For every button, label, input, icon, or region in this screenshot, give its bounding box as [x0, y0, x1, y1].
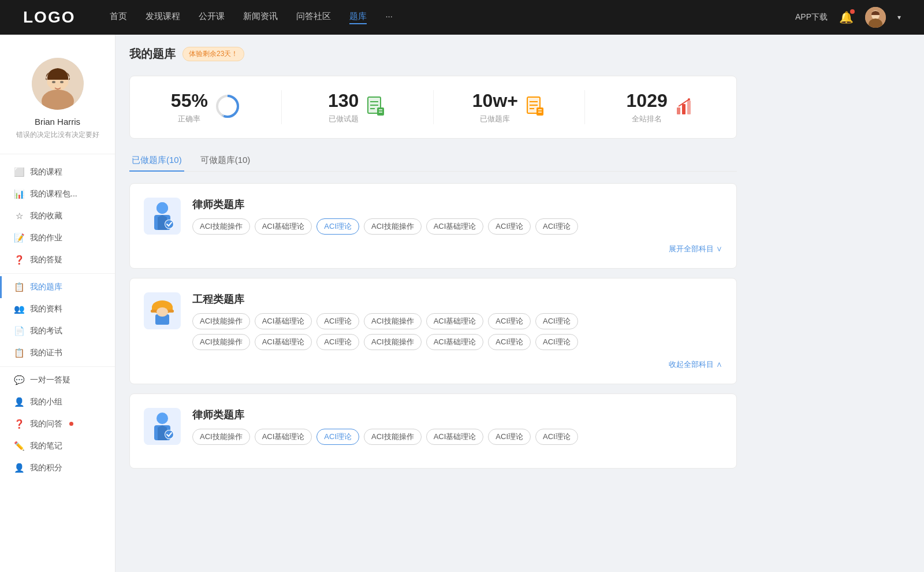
svg-point-40 [157, 307, 168, 317]
profile-icon: 👥 [14, 304, 24, 314]
chart-red-icon [675, 96, 695, 118]
tag-1-5[interactable]: ACI理论 [488, 218, 531, 235]
tag-2-3[interactable]: ACI技能操作 [364, 313, 422, 329]
trial-badge: 体验剩余23天！ [182, 47, 244, 61]
tag-1-0[interactable]: ACI技能操作 [192, 218, 250, 235]
user-avatar[interactable] [865, 7, 886, 28]
sidebar-item-onetoone[interactable]: 💬 一对一答疑 [0, 369, 115, 391]
qbank-card-3: 律师类题库 ACI技能操作 ACI基础理论 ACI理论 ACI技能操作 ACI基… [129, 393, 737, 469]
tag-2-12[interactable]: ACI理论 [488, 334, 531, 350]
sidebar-menu: ⬜ 我的课程 📊 我的课程包... ☆ 我的收藏 📝 我的作业 ❓ 我的答疑 📋 [0, 154, 115, 486]
sidebar-item-favorites[interactable]: ☆ 我的收藏 [0, 205, 115, 227]
doc-orange-icon [525, 96, 546, 118]
expand-btn-1[interactable]: 展开全部科目 ∨ [144, 244, 722, 254]
sidebar-item-profile[interactable]: 👥 我的资料 [0, 298, 115, 320]
notification-dot [850, 9, 855, 14]
tag-2-13[interactable]: ACI理论 [535, 334, 578, 350]
sidebar-item-label: 我的笔记 [30, 441, 62, 451]
qbank-tags-1: ACI技能操作 ACI基础理论 ACI理论 ACI技能操作 ACI基础理论 AC… [192, 218, 722, 235]
qbank-card-2-content: 工程类题库 ACI技能操作 ACI基础理论 ACI理论 ACI技能操作 ACI基… [192, 292, 722, 350]
tag-2-0[interactable]: ACI技能操作 [192, 313, 250, 329]
tag-3-5[interactable]: ACI理论 [488, 429, 531, 445]
tag-1-4[interactable]: ACI基础理论 [426, 218, 484, 235]
qbank-tags-2-row2: ACI技能操作 ACI基础理论 ACI理论 ACI技能操作 ACI基础理论 AC… [192, 334, 722, 350]
tag-2-7[interactable]: ACI技能操作 [192, 334, 250, 350]
tag-1-3[interactable]: ACI技能操作 [364, 218, 422, 235]
nav-item-qa[interactable]: 问答社区 [296, 11, 331, 24]
notes-icon: ✏️ [14, 441, 24, 451]
nav-item-home[interactable]: 首页 [110, 11, 127, 24]
tag-2-4[interactable]: ACI基础理论 [426, 313, 484, 329]
sidebar-item-coursepack[interactable]: 📊 我的课程包... [0, 183, 115, 205]
navbar-logo[interactable]: LOGO [23, 8, 75, 27]
tag-1-2[interactable]: ACI理论 [316, 218, 359, 235]
tag-3-0[interactable]: ACI技能操作 [192, 429, 250, 445]
sidebar-divider-1 [0, 273, 115, 274]
star-icon: ☆ [14, 211, 24, 221]
nav-item-discover[interactable]: 发现课程 [146, 11, 180, 24]
tag-2-10[interactable]: ACI技能操作 [364, 334, 422, 350]
tag-1-1[interactable]: ACI基础理论 [255, 218, 312, 235]
nav-item-news[interactable]: 新闻资讯 [243, 11, 278, 24]
chat-icon: 💬 [14, 375, 24, 385]
sidebar-divider-2 [0, 366, 115, 367]
sidebar-item-label: 我的证书 [30, 348, 62, 358]
sidebar-item-label: 一对一答疑 [30, 375, 70, 385]
sidebar-item-label: 我的小组 [30, 397, 62, 407]
tag-2-11[interactable]: ACI基础理论 [426, 334, 484, 350]
sidebar-item-group[interactable]: 👤 我的小组 [0, 391, 115, 413]
sidebar-item-my-qa[interactable]: ❓ 我的问答 [0, 413, 115, 435]
tag-1-6[interactable]: ACI理论 [535, 218, 578, 235]
sidebar-item-points[interactable]: 👤 我的积分 [0, 457, 115, 479]
qbank-engineer-icon [144, 292, 181, 329]
tag-3-1[interactable]: ACI基础理论 [255, 429, 312, 445]
stat-done-label: 已做试题 [328, 114, 359, 124]
tabs: 已做题库(10) 可做题库(10) [129, 150, 737, 172]
user-dropdown-arrow[interactable]: ▾ [897, 13, 901, 21]
app-download-link[interactable]: APP下载 [795, 12, 828, 23]
question-icon: ❓ [14, 255, 24, 265]
sidebar-item-notes[interactable]: ✏️ 我的笔记 [0, 435, 115, 457]
sidebar-item-questions[interactable]: ❓ 我的答疑 [0, 249, 115, 271]
coursepack-icon: 📊 [14, 189, 24, 199]
sidebar-item-course[interactable]: ⬜ 我的课程 [0, 161, 115, 183]
tab-done-qbanks[interactable]: 已做题库(10) [129, 150, 184, 172]
svg-point-33 [157, 202, 168, 214]
nav-item-qbank[interactable]: 题库 [349, 11, 367, 24]
sidebar-item-qbank[interactable]: 📋 我的题库 [0, 276, 115, 298]
qbank-title-2: 工程类题库 [192, 292, 722, 306]
tag-2-1[interactable]: ACI基础理论 [255, 313, 312, 329]
points-icon: 👤 [14, 463, 24, 473]
sidebar-item-homework[interactable]: 📝 我的作业 [0, 227, 115, 249]
nav-item-more[interactable]: ··· [385, 11, 393, 24]
svg-rect-29 [687, 101, 691, 114]
sidebar-item-label: 我的答疑 [30, 255, 62, 265]
tab-available-qbanks[interactable]: 可做题库(10) [198, 150, 253, 172]
homework-icon: 📝 [14, 233, 24, 243]
sidebar: Brian Harris 错误的决定比没有决定要好 ⬜ 我的课程 📊 我的课程包… [0, 35, 116, 572]
sidebar-item-label: 我的问答 [30, 419, 62, 429]
qa-icon: ❓ [14, 419, 24, 429]
collapse-btn-2[interactable]: 收起全部科目 ∧ [144, 359, 722, 370]
sidebar-item-exam[interactable]: 📄 我的考试 [0, 320, 115, 342]
tag-3-4[interactable]: ACI基础理论 [426, 429, 484, 445]
stat-rank-content: 1029 全站排名 [627, 90, 668, 124]
tag-2-5[interactable]: ACI理论 [488, 313, 531, 329]
qbank-card-1: 律师类题库 ACI技能操作 ACI基础理论 ACI理论 ACI技能操作 ACI基… [129, 183, 737, 269]
tag-3-6[interactable]: ACI理论 [535, 429, 578, 445]
svg-rect-27 [677, 107, 680, 114]
tag-2-9[interactable]: ACI理论 [316, 334, 359, 350]
sidebar-item-certificate[interactable]: 📋 我的证书 [0, 342, 115, 364]
tag-2-8[interactable]: ACI基础理论 [255, 334, 312, 350]
qbank-icon: 📋 [14, 282, 24, 292]
notification-bell[interactable]: 🔔 [839, 10, 854, 24]
qbank-card-1-content: 律师类题库 ACI技能操作 ACI基础理论 ACI理论 ACI技能操作 ACI基… [192, 198, 722, 235]
stat-done-number: 130 [328, 90, 359, 112]
tag-2-6[interactable]: ACI理论 [535, 313, 578, 329]
qbank-card-3-header: 律师类题库 ACI技能操作 ACI基础理论 ACI理论 ACI技能操作 ACI基… [144, 408, 722, 445]
tag-2-2[interactable]: ACI理论 [316, 313, 359, 329]
nav-item-opencourse[interactable]: 公开课 [199, 11, 225, 24]
tag-3-2[interactable]: ACI理论 [316, 429, 359, 445]
tag-3-3[interactable]: ACI技能操作 [364, 429, 422, 445]
sidebar-item-label: 我的考试 [30, 326, 62, 336]
